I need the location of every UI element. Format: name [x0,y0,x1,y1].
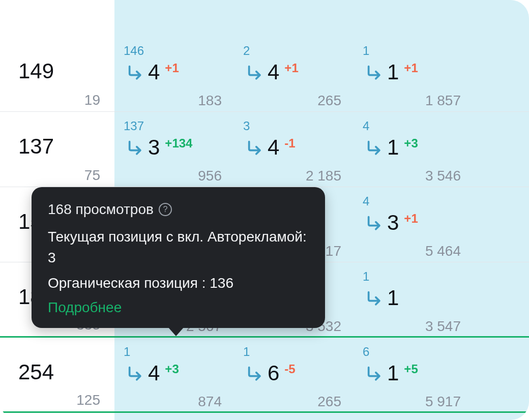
position-cell[interactable]: 24+1265 [234,37,354,112]
cell-delta: +3 [165,362,179,376]
cell-position: 4 [268,135,279,160]
cell-top-value: 4 [363,119,369,133]
arrow-down-right-icon [366,289,383,307]
cell-position: 1 [387,135,399,160]
arrow-down-right-icon [127,139,144,156]
tooltip-more-link[interactable]: Подробнее [48,299,309,316]
cell-top-value: 1 [124,345,130,359]
cell-delta: -1 [284,136,295,151]
cell-top-value: 2 [243,44,250,58]
arrow-down-right-icon [246,365,263,382]
position-cell[interactable]: 41+33 546 [354,112,473,187]
position-cell[interactable]: 11+11 857 [354,37,473,112]
cell-bottom-value: 2 185 [306,168,341,184]
row-subvalue: 19 [0,92,114,108]
cell-delta: +1 [404,61,418,75]
cell-top-value: 146 [124,44,144,58]
cell-position: 3 [387,211,399,235]
cell-top-value: 3 [243,119,250,133]
cell-delta: +1 [404,212,418,226]
table-row: 25412514+387416-526561+55 917 [0,338,529,413]
position-cell[interactable]: 1373+134956 [114,112,234,187]
cell-position: 1 [387,361,399,385]
arrow-down-right-icon [246,139,263,156]
position-cell[interactable]: 61+55 917 [354,338,473,413]
cell-bottom-value: 956 [198,168,222,184]
arrow-down-right-icon [366,139,383,156]
row-value: 149 [18,59,54,83]
cell-bottom-value: 265 [317,93,341,109]
position-cell[interactable]: 1464+1183 [114,37,234,112]
arrow-down-right-icon [127,64,144,81]
cell-delta: +5 [404,362,418,376]
cell-position: 1 [387,60,399,84]
cell-tooltip: 168 просмотров ? Текущая позиция с вкл. … [32,187,325,328]
cell-delta: +1 [165,61,179,75]
cell-position: 3 [148,135,160,160]
cell-top-value: 6 [363,345,369,359]
position-cell[interactable]: 43+15 464 [354,187,473,262]
position-cell[interactable]: 34-12 185 [234,112,354,187]
cell-position: 4 [268,60,279,84]
cell-position: 4 [148,361,160,385]
arrow-down-right-icon [127,365,144,382]
cell-bottom-value: 183 [198,93,222,109]
tooltip-current-position: Текущая позиция с вкл. Авторекламой: 3 [48,227,309,268]
tooltip-caret-icon [168,327,184,336]
cell-bottom-value: 874 [198,394,222,410]
position-cell[interactable]: 14+3874 [114,338,234,413]
cell-delta: +3 [404,136,418,151]
cell-delta: +1 [284,61,298,75]
arrow-down-right-icon [246,64,263,81]
help-icon[interactable]: ? [159,203,172,216]
cell-bottom-value: 265 [317,394,341,410]
cell-position: 4 [148,60,160,84]
table-row: 137751373+13495634-12 18541+33 546 [0,112,529,187]
cell-top-value: 1 [363,44,369,58]
cell-delta: -5 [284,362,295,376]
cell-top-value: 4 [363,194,369,208]
cell-bottom-value: 5 464 [425,243,461,259]
row-value: 137 [18,134,54,159]
cell-delta: +134 [165,136,192,151]
cell-position: 1 [387,286,399,310]
position-cell[interactable]: 16-5265 [234,338,354,413]
cell-top-value: 1 [243,345,250,359]
cell-bottom-value: 5 917 [425,394,461,410]
cell-bottom-value: 1 857 [425,93,461,109]
cell-bottom-value: 3 547 [425,318,461,335]
position-cell[interactable]: 113 547 [354,262,473,338]
tooltip-views: 168 просмотров [48,201,154,218]
row-value: 254 [18,360,54,384]
cell-bottom-value: 3 546 [425,168,461,184]
arrow-down-right-icon [366,214,383,231]
row-subvalue: 75 [0,167,114,184]
cell-top-value: 1 [363,269,369,284]
arrow-down-right-icon [366,365,383,382]
row-subvalue: 125 [0,392,114,408]
cell-top-value: 137 [124,119,144,133]
arrow-down-right-icon [366,64,383,81]
cell-position: 6 [268,361,279,385]
table-row: 149191464+118324+126511+11 857 [0,37,529,112]
tooltip-organic-position: Органическая позиция : 136 [48,275,309,291]
